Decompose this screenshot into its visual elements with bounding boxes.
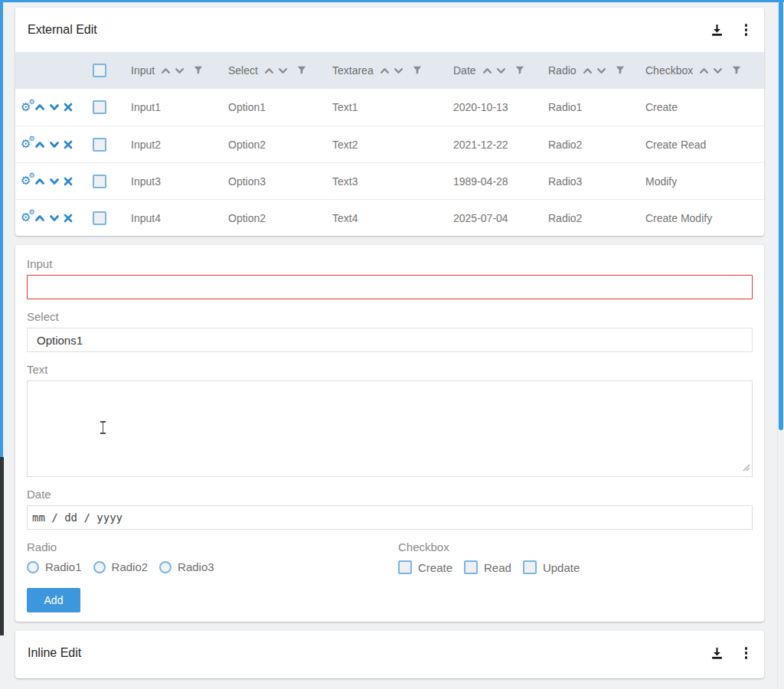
sort-asc-icon[interactable] <box>583 67 593 75</box>
column-header-textarea: Textarea <box>332 64 453 77</box>
sort-desc-icon[interactable] <box>496 67 506 75</box>
move-up-icon[interactable] <box>34 177 45 186</box>
cell-radio: Radio2 <box>548 212 645 224</box>
cell-radio: Radio3 <box>548 175 645 188</box>
row-checkbox[interactable] <box>93 100 106 114</box>
resize-handle-icon[interactable] <box>742 461 750 475</box>
add-button[interactable]: Add <box>27 588 80 612</box>
cell-textarea: Text4 <box>332 212 453 224</box>
cell-select: Option1 <box>228 101 332 113</box>
text-cursor-ibeam <box>100 421 106 434</box>
sort-desc-icon[interactable] <box>175 67 185 75</box>
cell-input: Input1 <box>131 101 228 113</box>
cell-select: Option3 <box>228 175 332 188</box>
filter-icon[interactable] <box>413 66 422 75</box>
external-edit-table: Input Select Textarea Date <box>15 52 764 236</box>
radio-option[interactable]: Radio3 <box>159 560 214 573</box>
move-down-icon[interactable] <box>49 103 60 112</box>
kebab-menu-icon[interactable] <box>742 645 751 661</box>
radio-button[interactable] <box>93 561 106 573</box>
column-header-date: Date <box>453 64 548 77</box>
row-checkbox[interactable] <box>93 211 106 225</box>
card-title: Inline Edit <box>28 646 710 660</box>
checkbox-group-label: Checkbox <box>398 540 753 553</box>
input-field[interactable] <box>27 275 753 299</box>
cell-input: Input4 <box>131 212 228 224</box>
cell-checkbox: Create <box>645 101 764 113</box>
sort-desc-icon[interactable] <box>394 67 403 75</box>
radio-option-label: Radio1 <box>45 560 82 573</box>
filter-icon[interactable] <box>515 66 524 75</box>
delete-x-icon[interactable] <box>64 140 73 149</box>
column-header-radio: Radio <box>548 64 645 77</box>
filter-icon[interactable] <box>194 66 203 75</box>
checkbox-option-label: Update <box>543 561 580 574</box>
cell-textarea: Text1 <box>332 101 453 113</box>
radio-option[interactable]: Radio1 <box>27 560 82 573</box>
kebab-menu-icon[interactable] <box>742 22 751 38</box>
top-accent-border <box>0 0 784 2</box>
checkbox-option[interactable]: Read <box>464 560 511 574</box>
filter-icon[interactable] <box>616 66 625 75</box>
checkbox-option[interactable]: Create <box>398 560 452 574</box>
checkbox[interactable] <box>464 560 478 574</box>
text-area-field[interactable] <box>27 380 753 477</box>
column-label: Textarea <box>332 64 374 77</box>
cell-checkbox: Modify <box>645 175 764 188</box>
column-label: Radio <box>548 64 577 77</box>
cell-checkbox: Create Modify <box>645 212 764 224</box>
cell-select: Option2 <box>228 139 332 151</box>
sort-asc-icon[interactable] <box>264 67 274 75</box>
filter-icon[interactable] <box>297 66 306 75</box>
move-up-icon[interactable] <box>34 103 45 112</box>
delete-x-icon[interactable] <box>64 103 73 112</box>
move-down-icon[interactable] <box>49 140 60 149</box>
cell-textarea: Text3 <box>332 175 453 188</box>
inline-edit-card: Inline Edit <box>15 631 764 678</box>
sort-asc-icon[interactable] <box>380 67 390 75</box>
checkbox-option[interactable]: Update <box>523 560 580 574</box>
delete-x-icon[interactable] <box>64 177 73 186</box>
select-all-checkbox[interactable] <box>93 64 106 77</box>
move-up-icon[interactable] <box>34 140 45 149</box>
settings-cogs-icon[interactable]: ⚙⚙ <box>21 175 31 187</box>
column-label: Date <box>453 64 476 77</box>
checkbox[interactable] <box>523 560 537 574</box>
sort-asc-icon[interactable] <box>482 67 492 75</box>
settings-cogs-icon[interactable]: ⚙⚙ <box>21 212 31 224</box>
checkbox[interactable] <box>398 560 412 574</box>
move-down-icon[interactable] <box>49 177 60 186</box>
text-area-label: Text <box>27 363 753 376</box>
sort-desc-icon[interactable] <box>278 67 288 75</box>
radio-option-label: Radio3 <box>178 560 214 573</box>
delete-x-icon[interactable] <box>64 214 73 223</box>
sort-asc-icon[interactable] <box>161 67 171 75</box>
download-icon[interactable] <box>710 24 724 37</box>
row-checkbox[interactable] <box>93 138 106 152</box>
move-down-icon[interactable] <box>49 214 60 223</box>
left-scrollbar-thumb[interactable] <box>0 0 3 457</box>
column-label: Checkbox <box>645 64 693 77</box>
sort-desc-icon[interactable] <box>713 67 723 75</box>
row-checkbox[interactable] <box>93 175 106 188</box>
settings-cogs-icon[interactable]: ⚙⚙ <box>21 139 31 150</box>
select-field-label: Select <box>27 310 753 323</box>
move-up-icon[interactable] <box>34 214 45 223</box>
filter-icon[interactable] <box>732 66 741 75</box>
radio-button[interactable] <box>27 561 39 573</box>
sort-asc-icon[interactable] <box>699 67 709 75</box>
checkbox-option-label: Create <box>418 561 452 574</box>
cell-date: 1989-04-28 <box>453 175 548 188</box>
radio-option[interactable]: Radio2 <box>93 560 149 573</box>
radio-group-label: Radio <box>27 540 398 553</box>
column-label: Select <box>228 64 258 77</box>
external-edit-titlebar: External Edit <box>15 8 764 52</box>
radio-button[interactable] <box>159 561 172 573</box>
settings-cogs-icon[interactable]: ⚙⚙ <box>21 102 31 113</box>
select-field[interactable]: Options1 <box>27 328 753 352</box>
right-scrollbar-thumb[interactable] <box>779 2 783 430</box>
sort-desc-icon[interactable] <box>596 67 606 75</box>
date-field[interactable]: mm / dd / yyyy <box>27 505 753 530</box>
download-icon[interactable] <box>710 647 724 660</box>
select-all-cell <box>84 64 131 77</box>
